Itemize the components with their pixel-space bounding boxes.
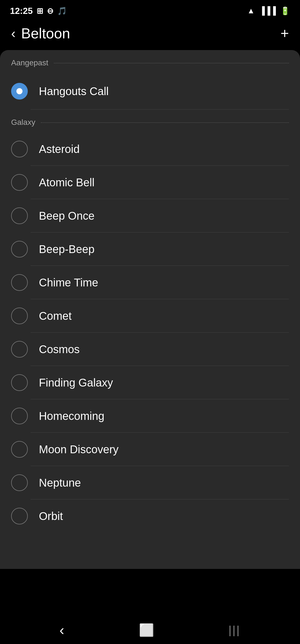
minus-circle-icon: ⊖: [47, 6, 53, 16]
item-label-moon-discovery: Moon Discovery: [39, 443, 119, 456]
status-right: ▲ ▐▐▐ 🔋: [247, 6, 290, 16]
spotify-icon: 🎵: [57, 6, 67, 16]
item-label-comet: Comet: [39, 310, 72, 322]
radio-moon-discovery[interactable]: [11, 441, 28, 458]
section-header-aangepast: Aangepast: [0, 50, 300, 73]
status-time: 12:25: [10, 6, 33, 16]
radio-neptune[interactable]: [11, 474, 28, 491]
radio-comet[interactable]: [11, 308, 28, 324]
item-label-asteroid: Asteroid: [39, 143, 80, 155]
content-area: Aangepast Hangouts Call Galaxy Asteroid …: [0, 50, 300, 569]
item-label-orbit: Orbit: [39, 510, 63, 522]
list-item-asteroid[interactable]: Asteroid: [0, 132, 300, 166]
section-divider-galaxy: [41, 122, 289, 123]
list-item-homecoming[interactable]: Homecoming: [0, 399, 300, 433]
list-item-finding-galaxy[interactable]: Finding Galaxy: [0, 366, 300, 399]
item-label-hangouts-call: Hangouts Call: [39, 85, 109, 98]
nav-home-button[interactable]: ⬜: [139, 623, 154, 637]
list-item-orbit[interactable]: Orbit: [0, 499, 300, 552]
wifi-icon: ▲: [247, 6, 255, 15]
list-item-hangouts-call[interactable]: Hangouts Call: [0, 73, 300, 110]
layers-icon: ⊞: [37, 6, 43, 16]
item-label-chime-time: Chime Time: [39, 276, 98, 289]
list-item-atomic-bell[interactable]: Atomic Bell: [0, 166, 300, 199]
section-label-galaxy: Galaxy: [11, 118, 35, 127]
radio-orbit[interactable]: [11, 508, 28, 524]
nav-back-button[interactable]: ‹: [59, 622, 64, 638]
status-bar: 12:25 ⊞ ⊖ 🎵 ▲ ▐▐▐ 🔋: [0, 0, 300, 19]
radio-beep-beep[interactable]: [11, 241, 28, 257]
radio-atomic-bell[interactable]: [11, 174, 28, 191]
section-header-galaxy: Galaxy: [0, 110, 300, 132]
radio-cosmos[interactable]: [11, 341, 28, 358]
item-label-beep-once: Beep Once: [39, 210, 94, 222]
list-item-moon-discovery[interactable]: Moon Discovery: [0, 433, 300, 466]
radio-asteroid[interactable]: [11, 141, 28, 157]
item-label-homecoming: Homecoming: [39, 410, 104, 422]
item-label-cosmos: Cosmos: [39, 343, 80, 356]
nav-bar: ‹ ⬜ |||: [0, 616, 300, 644]
list-item-beep-beep[interactable]: Beep-Beep: [0, 232, 300, 266]
list-item-comet[interactable]: Comet: [0, 299, 300, 333]
back-button[interactable]: ‹: [11, 27, 16, 40]
radio-homecoming[interactable]: [11, 408, 28, 424]
section-divider-aangepast: [54, 63, 289, 63]
item-label-neptune: Neptune: [39, 477, 81, 489]
item-label-beep-beep: Beep-Beep: [39, 243, 94, 256]
radio-hangouts-call[interactable]: [11, 83, 28, 100]
list-item-chime-time[interactable]: Chime Time: [0, 266, 300, 299]
list-item-neptune[interactable]: Neptune: [0, 466, 300, 499]
radio-beep-once[interactable]: [11, 207, 28, 224]
add-button[interactable]: +: [281, 26, 289, 41]
item-label-finding-galaxy: Finding Galaxy: [39, 377, 113, 389]
nav-recents-button[interactable]: |||: [229, 624, 241, 636]
app-bar: ‹ Beltoon +: [0, 19, 300, 47]
radio-chime-time[interactable]: [11, 274, 28, 291]
list-item-cosmos[interactable]: Cosmos: [0, 333, 300, 366]
battery-icon: 🔋: [280, 6, 290, 16]
radio-finding-galaxy[interactable]: [11, 374, 28, 391]
list-item-beep-once[interactable]: Beep Once: [0, 199, 300, 232]
signal-icon: ▐▐▐: [259, 6, 276, 15]
section-label-aangepast: Aangepast: [11, 58, 48, 67]
status-left: 12:25 ⊞ ⊖ 🎵: [10, 6, 67, 16]
item-label-atomic-bell: Atomic Bell: [39, 176, 94, 189]
page-title: Beltoon: [21, 25, 70, 42]
app-bar-left: ‹ Beltoon: [11, 25, 70, 42]
